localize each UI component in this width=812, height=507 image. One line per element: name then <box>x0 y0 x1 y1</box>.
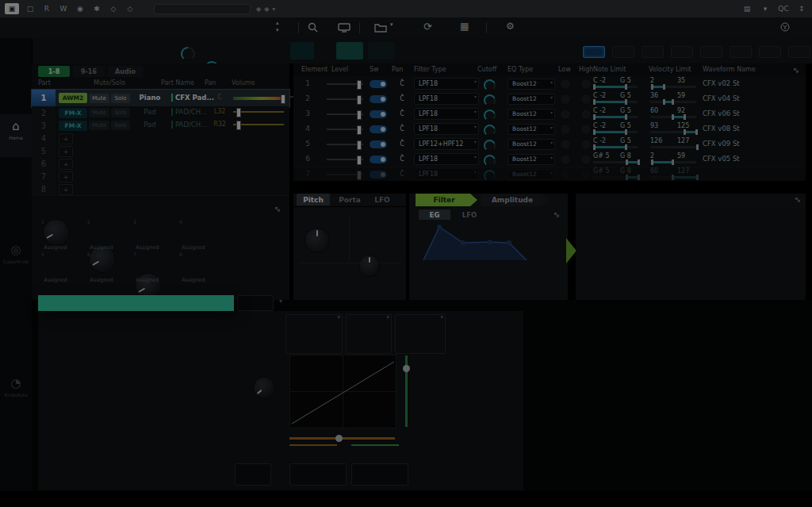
dropdown-header[interactable] <box>38 295 234 311</box>
modal-dim-overlay <box>0 0 812 507</box>
page-select-dropdown <box>38 295 234 311</box>
montage-m-editor-window: ▣□RW◉✱◇◇ ◆◆▾ ▤▾QC↕ ▴▾ ▾ ⟳ ▦ ⚙ <box>0 0 812 507</box>
